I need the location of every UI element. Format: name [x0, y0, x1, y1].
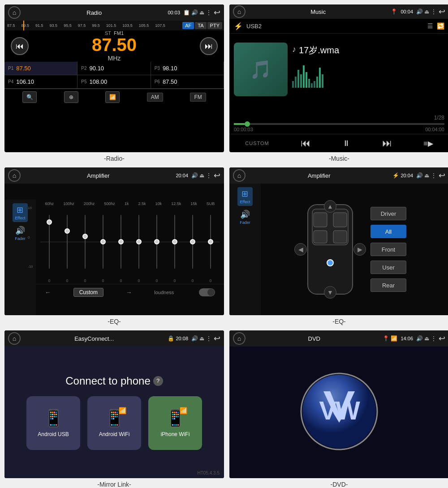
radio-time: 00:03 — [168, 10, 180, 15]
mirror-back-btn[interactable]: ↩ — [214, 334, 220, 343]
music-more-icon[interactable]: ⋮ — [431, 8, 437, 15]
radio-main: ⏮ ST FM1 87.50 MHz ⏭ — [4, 30, 224, 62]
radio-eject-icon: ⏏ — [199, 9, 204, 16]
eq2-home-btn[interactable]: ⌂ — [233, 169, 246, 182]
eq-effect-item[interactable]: ⊞ Effect — [13, 203, 28, 222]
radio-am-btn[interactable]: AM — [147, 93, 163, 102]
eq-slider-4[interactable] — [117, 210, 125, 273]
eq-back-btn[interactable]: ↩ — [214, 171, 220, 180]
music-next-btn[interactable]: ⏭ — [382, 137, 392, 149]
music-repeat-icon[interactable]: 🔁 — [437, 22, 444, 30]
iphone-wifi-option[interactable]: 📱 📶 iPhone WiFi — [148, 396, 202, 450]
eq2-all-btn[interactable]: All — [370, 225, 406, 238]
eq-body: ⊞ Effect 🔊 Fader 60hz 100hz 2 — [4, 184, 224, 315]
preset-p1[interactable]: P1 87.50 — [4, 62, 78, 75]
progress-dot — [245, 121, 250, 127]
eq-slider-0[interactable] — [45, 210, 53, 273]
car-down-arrow[interactable]: ▼ — [324, 286, 336, 299]
eq-next-preset[interactable]: → — [126, 289, 132, 296]
eq-slider-8[interactable] — [189, 210, 197, 273]
eq-fader-item[interactable]: 🔊 Fader — [12, 224, 28, 243]
eq-title: Amplifier — [22, 172, 174, 179]
track-count: 1/28 — [292, 115, 444, 121]
preset-p4[interactable]: P4 106.10 — [4, 75, 78, 89]
eq-slider-5[interactable] — [135, 210, 143, 273]
preset-p6[interactable]: P6 87.50 — [151, 75, 224, 89]
ta-button[interactable]: TA — [195, 22, 206, 29]
eq2-title: Amplifier — [247, 172, 391, 179]
music-progress-bar[interactable] — [234, 123, 444, 125]
preset-p3[interactable]: P3 98.10 — [151, 62, 224, 75]
music-home-btn[interactable]: ⌂ — [233, 5, 246, 18]
eq-loudness-label: loudness — [154, 290, 174, 295]
radio-signal-btn[interactable]: 📶 — [105, 91, 120, 103]
radio-prev-btn[interactable]: ⏮ — [11, 37, 29, 55]
time-total: 00:04:00 — [425, 127, 444, 132]
radio-back-btn[interactable]: ↩ — [214, 8, 220, 17]
eq-left-label: -EQ- — [108, 318, 121, 325]
mirror-status-bar: ⌂ EasyConnect... 🔒 20:08 🔊 ⏏ ⋮ ↩ — [4, 330, 224, 347]
eq-slider-6[interactable] — [153, 210, 161, 273]
radio-zoom-btn[interactable]: 🔍 — [22, 91, 37, 103]
eq-slider-7[interactable] — [171, 210, 179, 273]
radio-home-btn[interactable]: ⌂ — [8, 6, 21, 19]
eq-sliders-icon: ⊞ — [17, 205, 23, 215]
eq2-fader-item[interactable]: 🔊 Fader — [237, 208, 253, 227]
album-art: 🎵 — [234, 43, 288, 96]
music-usb-bar: ⚡ USB2 ☰ 🔁 — [229, 19, 448, 34]
car-right-arrow[interactable]: ▶ — [353, 243, 366, 256]
eq-slider-9[interactable] — [207, 210, 215, 273]
android-usb-option[interactable]: 📱 Android USB — [26, 396, 80, 450]
eq-freq-labels: 60hz 100hz 200hz 500hz 1k 2.5k 10k 12.5k… — [36, 200, 224, 206]
eq2-status-icons: ⚡ 20:04 🔊 ⏏ ⋮ — [392, 172, 437, 179]
eq2-effect-label: Effect — [240, 200, 250, 204]
eq-slider-1[interactable] — [63, 210, 71, 273]
dvd-title: DVD — [247, 335, 381, 342]
radio-indicator — [23, 21, 24, 30]
eq-bottom-bar: ← Custom → loudness — [36, 284, 224, 300]
help-icon[interactable]: ? — [153, 376, 163, 386]
radio-next-btn[interactable]: ⏭ — [200, 37, 218, 55]
eq-slider-2[interactable] — [81, 210, 89, 273]
radio-fm-btn[interactable]: FM — [190, 93, 206, 102]
eq2-sliders-icon: ⊞ — [241, 189, 248, 199]
music-label: -Music- — [329, 155, 349, 162]
preset-p2[interactable]: P2 90.10 — [78, 62, 151, 75]
android-wifi-option[interactable]: 📱 📶 Android WiFi — [87, 396, 141, 450]
eq2-user-btn[interactable]: User — [370, 261, 406, 274]
music-pause-btn[interactable]: ⏸ — [342, 139, 350, 148]
iphone-wifi-icon: 📱 📶 — [165, 409, 185, 428]
eq2-back-btn[interactable]: ↩ — [439, 171, 445, 180]
eq2-rear-btn[interactable]: Rear — [370, 278, 406, 292]
car-up-arrow[interactable]: ▲ — [324, 200, 336, 213]
dvd-back-btn[interactable]: ↩ — [439, 334, 445, 343]
mirror-home-btn[interactable]: ⌂ — [8, 332, 21, 345]
eq-slider-3[interactable] — [99, 210, 107, 273]
radio-more-icon[interactable]: ⋮ — [206, 9, 212, 16]
custom-btn[interactable]: CUSTOM — [245, 141, 269, 146]
eq-home-btn[interactable]: ⌂ — [8, 169, 21, 182]
af-button[interactable]: AF — [182, 22, 194, 29]
music-content: 🎵 ♪ 17岁.wma — [229, 34, 448, 123]
music-eq-visual — [292, 61, 444, 88]
eq2-effect-item[interactable]: ⊞ Effect — [237, 187, 253, 206]
car-left-arrow[interactable]: ◀ — [294, 243, 307, 256]
eq-loudness-toggle[interactable] — [199, 288, 215, 296]
music-time: 00:04 — [401, 9, 413, 14]
eq2-front-btn[interactable]: Front — [370, 243, 406, 256]
radio-link-btn[interactable]: ⊕ — [64, 91, 78, 103]
mirror-time: 20:08 — [176, 336, 188, 341]
music-prev-btn[interactable]: ⏮ — [301, 137, 310, 149]
main-grid: ⌂ Radio 00:03 📋 🔊 ⏏ ⋮ ↩ 87.589.5 — [4, 4, 444, 488]
eq2-status-bar: ⌂ Amplifier ⚡ 20:04 🔊 ⏏ ⋮ ↩ — [229, 167, 448, 184]
eq-custom-button[interactable]: Custom — [73, 288, 103, 297]
pty-button[interactable]: PTY — [207, 22, 222, 29]
eq2-driver-btn[interactable]: Driver — [370, 207, 406, 220]
music-list-icon[interactable]: ☰ — [427, 22, 433, 30]
eq-prev-preset[interactable]: ← — [45, 289, 51, 296]
preset-p5[interactable]: P5 108.00 — [78, 75, 151, 89]
dvd-wifi-icon: 📶 — [391, 335, 397, 342]
music-playlist-btn[interactable]: ≡▶ — [423, 139, 433, 148]
music-back-btn[interactable]: ↩ — [439, 7, 445, 17]
dvd-home-btn[interactable]: ⌂ — [233, 332, 246, 345]
